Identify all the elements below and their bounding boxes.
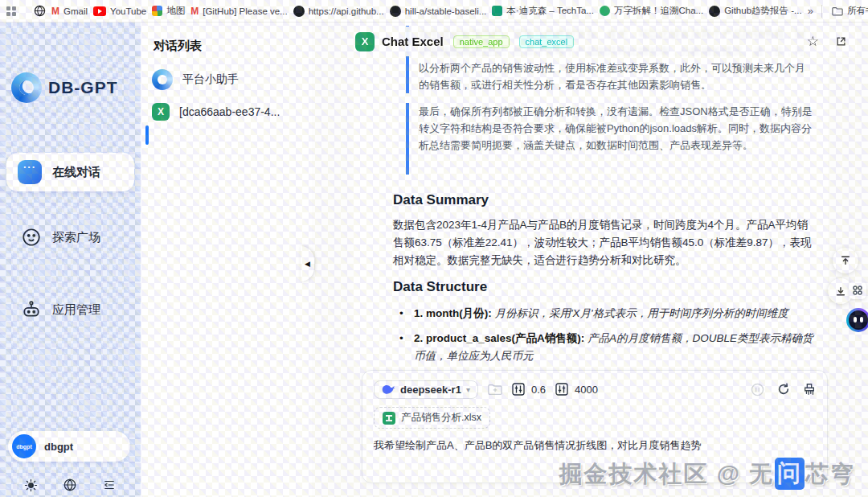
data-summary-text: 数据包含2023年1-4月产品A与产品B的月度销售记录，时间跨度为4个月。产品A…	[393, 216, 816, 269]
open-external-icon[interactable]	[835, 35, 847, 47]
scroll-to-top-button[interactable]	[833, 248, 858, 273]
assistant-robot-button[interactable]	[846, 308, 868, 332]
bookmark-api-github[interactable]: https://api.github...	[293, 6, 384, 17]
sidebar-item-online-chat[interactable]: 在线对话	[6, 153, 134, 191]
all-bookmarks-button[interactable]: 所有书签	[832, 5, 868, 17]
globe-bookmark-icon[interactable]	[34, 5, 46, 17]
gmail-icon: M	[51, 6, 59, 17]
bookmark-wanzi[interactable]: 万字拆解！追溯Cha...	[600, 5, 703, 17]
sidebar-item-app-manage[interactable]: 应用管理	[6, 298, 134, 322]
chat-title: Chat Excel	[382, 35, 444, 48]
chat-scroll-area[interactable]: 在生成分析思路时，需要从简单到复杂。首先，可以比较各月两个产品的销售额，制作折线…	[354, 23, 828, 368]
max-tokens-value[interactable]: 4000	[575, 384, 598, 396]
chat-header: X Chat Excel native_app chat_excel ☆	[354, 27, 857, 56]
dbgpt-logo-icon	[152, 69, 173, 90]
avatar: dbgpt	[12, 434, 36, 458]
regenerate-icon[interactable]	[777, 383, 790, 396]
pause-icon[interactable]	[751, 383, 764, 396]
conversation-list-title: 对话列表	[154, 39, 202, 54]
language-globe-icon[interactable]	[63, 478, 77, 492]
max-tokens-control-icon[interactable]	[555, 383, 568, 396]
user-profile-pill[interactable]: dbgpt dbgpt	[8, 431, 130, 462]
attached-file-chip[interactable]: 产品销售分析.xlsx	[374, 407, 490, 429]
reasoning-quote-2: 最后，确保所有列都被正确分析和转换，没有遗漏。检查JSON格式是否正确，特别是转…	[406, 103, 816, 175]
xlsx-file-icon	[383, 412, 395, 425]
conversation-list-panel: 对话列表 平台小助手 X [dca66aab-ee37-4...	[141, 23, 312, 497]
bookmark-youtube[interactable]: YouTube	[93, 6, 146, 16]
wechat-icon	[600, 6, 610, 16]
chat-content-panel: 在生成分析思路时，需要从简单到复杂。首先，可以比较各月两个产品的销售额，制作折线…	[354, 23, 828, 368]
collapse-menu-icon[interactable]	[102, 478, 117, 492]
folder-icon	[832, 6, 843, 16]
add-file-icon[interactable]	[488, 384, 502, 396]
deepseek-whale-icon	[382, 384, 395, 395]
favorite-star-icon[interactable]: ☆	[807, 33, 819, 50]
gmail-icon: M	[190, 6, 199, 17]
clear-chat-icon[interactable]	[803, 383, 816, 396]
tag-chat-excel: chat_excel	[519, 35, 575, 48]
excel-app-icon: X	[355, 32, 375, 51]
book-icon	[492, 6, 502, 16]
chevron-down-icon: ▾	[466, 385, 470, 394]
robot-face-icon	[849, 310, 868, 330]
bookmark-github-trend[interactable]: Github趋势报告 -...	[709, 5, 802, 17]
bookmarks-divider	[821, 5, 822, 18]
github-icon	[390, 6, 401, 17]
list-item: 1. month(月份): 月份标识，采用'X月'格式表示，用于时间序列分析的时…	[393, 305, 816, 322]
model-selector[interactable]: deepseek-r1 ▾	[374, 380, 478, 399]
data-structure-heading: Data Structure	[393, 279, 816, 295]
chevron-left-icon: ◀	[305, 260, 310, 268]
panel-collapse-handle[interactable]: ◀	[301, 246, 314, 281]
bookmark-stable-baselines[interactable]: hill-a/stable-baseli...	[390, 6, 487, 17]
bookmarks-overflow-chevron[interactable]: »	[808, 5, 812, 17]
bookmark-github-please[interactable]: M[GitHub] Please ve...	[190, 6, 287, 17]
github-icon	[293, 6, 305, 17]
tag-native-app: native_app	[453, 35, 510, 48]
selected-indicator	[145, 125, 149, 145]
composer-toolbar: deepseek-r1 ▾ 0.6 4000	[374, 379, 816, 400]
temperature-value[interactable]: 0.6	[531, 384, 546, 396]
message-input[interactable]: 我希望绘制产品A、产品B的双产品销售情况折线图，对比月度销售趋势	[374, 437, 816, 454]
temperature-control-icon[interactable]	[512, 383, 525, 396]
github-icon	[709, 6, 720, 17]
conversation-item-excel-session[interactable]: X [dca66aab-ee37-4...	[152, 103, 305, 121]
bookmark-techtalks[interactable]: 本·迪克森 – TechTa...	[492, 5, 594, 17]
dbgpt-logo-icon	[11, 72, 42, 103]
conversation-item-assistant[interactable]: 平台小助手	[152, 69, 305, 90]
app-sidebar: DB-GPT 在线对话 探索广场 应用管理 dbgpt dbgpt	[0, 23, 141, 497]
bookmarks-bar: MGmail YouTube 地图 M[GitHub] Please ve...…	[0, 0, 868, 23]
data-summary-heading: Data Summary	[393, 192, 816, 208]
dbgpt-logo[interactable]: DB-GPT	[11, 72, 118, 103]
sidebar-item-explore[interactable]: 探索广场	[6, 225, 134, 249]
data-structure-list: 1. month(月份): 月份标识，采用'X月'格式表示，用于时间序列分析的时…	[393, 305, 816, 368]
bookmark-maps[interactable]: 地图	[152, 5, 185, 17]
mini-apps-grid-icon[interactable]	[849, 281, 866, 299]
map-icon	[152, 6, 162, 16]
chat-bubble-icon	[18, 160, 42, 184]
robot-icon	[21, 299, 42, 320]
list-item: 2. product_a_sales(产品A销售额): 产品A的月度销售额，DO…	[393, 330, 816, 365]
apps-grid-icon[interactable]	[6, 6, 16, 16]
dbgpt-logo-text: DB-GPT	[48, 78, 118, 97]
theme-sun-icon[interactable]	[24, 478, 38, 492]
excel-icon: X	[152, 103, 170, 121]
youtube-icon	[93, 6, 106, 16]
watermark: 掘金技术社区 @ 无问芯穹	[559, 458, 855, 491]
sidebar-footer	[0, 478, 141, 492]
user-name: dbgpt	[44, 441, 73, 453]
bookmark-gmail[interactable]: MGmail	[51, 6, 88, 17]
smiley-face-icon	[21, 227, 42, 248]
